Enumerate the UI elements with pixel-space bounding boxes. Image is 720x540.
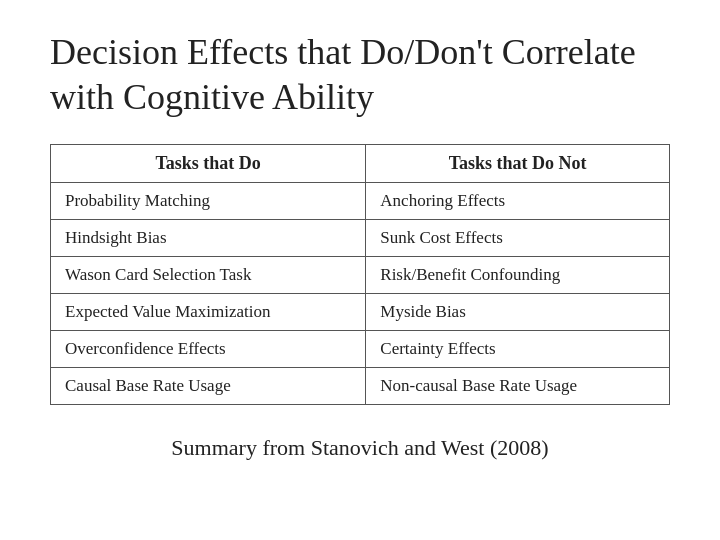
table-cell-4-0: Overconfidence Effects [51,331,366,368]
table-cell-2-0: Wason Card Selection Task [51,257,366,294]
page-title: Decision Effects that Do/Don't Correlate… [50,30,670,120]
table-row: Expected Value MaximizationMyside Bias [51,294,670,331]
table-cell-1-0: Hindsight Bias [51,220,366,257]
page: Decision Effects that Do/Don't Correlate… [0,0,720,540]
table-cell-3-1: Myside Bias [366,294,670,331]
table-cell-0-0: Probability Matching [51,183,366,220]
table-row: Probability MatchingAnchoring Effects [51,183,670,220]
summary-text: Summary from Stanovich and West (2008) [50,435,670,461]
table-cell-3-0: Expected Value Maximization [51,294,366,331]
table-container: Tasks that Do Tasks that Do Not Probabil… [50,144,670,405]
main-table: Tasks that Do Tasks that Do Not Probabil… [50,144,670,405]
table-cell-5-1: Non-causal Base Rate Usage [366,368,670,405]
table-row: Overconfidence EffectsCertainty Effects [51,331,670,368]
table-cell-1-1: Sunk Cost Effects [366,220,670,257]
table-row: Wason Card Selection TaskRisk/Benefit Co… [51,257,670,294]
col-header-do: Tasks that Do [51,145,366,183]
table-row: Hindsight BiasSunk Cost Effects [51,220,670,257]
table-cell-2-1: Risk/Benefit Confounding [366,257,670,294]
table-header-row: Tasks that Do Tasks that Do Not [51,145,670,183]
table-cell-5-0: Causal Base Rate Usage [51,368,366,405]
table-cell-4-1: Certainty Effects [366,331,670,368]
table-cell-0-1: Anchoring Effects [366,183,670,220]
col-header-do-not: Tasks that Do Not [366,145,670,183]
table-row: Causal Base Rate UsageNon-causal Base Ra… [51,368,670,405]
